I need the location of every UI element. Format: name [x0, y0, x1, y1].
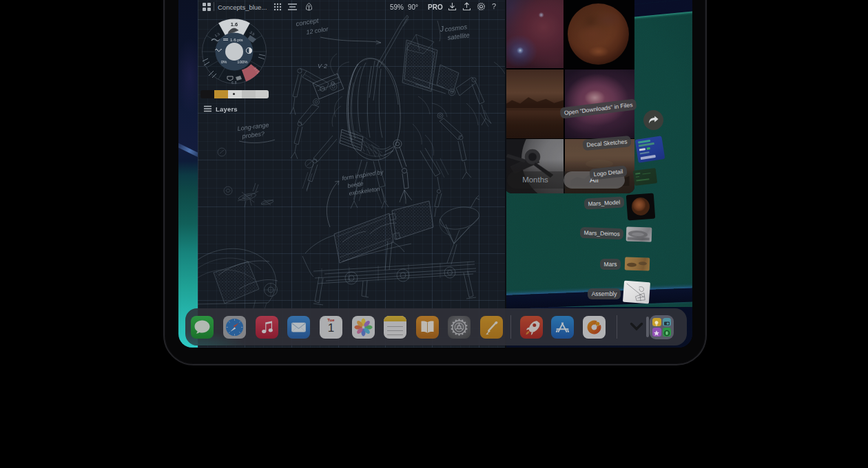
svg-text:1.6 pts: 1.6 pts — [230, 37, 243, 42]
svg-text:6 8: 6 8 — [231, 81, 237, 85]
svg-text:1.6: 1.6 — [231, 21, 238, 28]
svg-text:V·2: V·2 — [318, 63, 327, 70]
svg-text:0%: 0% — [221, 60, 227, 64]
svg-text:100%: 100% — [237, 60, 248, 64]
svg-text:concept: concept — [296, 17, 320, 28]
svg-text:probes?: probes? — [241, 130, 265, 140]
svg-text:satellite: satellite — [447, 31, 470, 41]
svg-text:12 color: 12 color — [306, 25, 329, 36]
svg-text:Long-range: Long-range — [237, 121, 269, 132]
